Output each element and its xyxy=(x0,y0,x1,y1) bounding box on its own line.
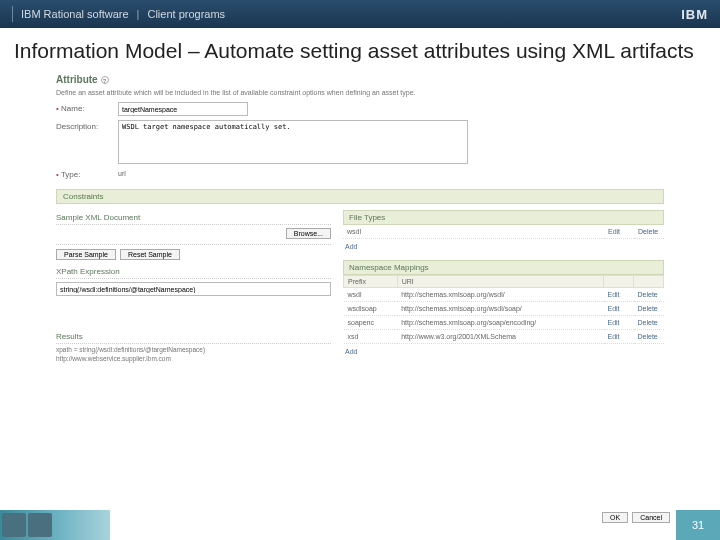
table-row: soapenchttp://schemas.xmlsoap.org/soap/e… xyxy=(344,316,664,330)
ok-button[interactable]: OK xyxy=(602,512,628,523)
attribute-heading: Attribute? xyxy=(56,72,664,87)
namespaces-add[interactable]: Add xyxy=(343,344,359,359)
table-row: wsdlsoaphttp://schemas.xmlsoap.org/wsdl/… xyxy=(344,302,664,316)
avatar xyxy=(28,513,52,537)
table-row: wsdl Edit Delete xyxy=(343,225,664,239)
results-output: xpath = string(/wsdl:definitions/@target… xyxy=(56,344,331,365)
delete-link[interactable]: Delete xyxy=(634,225,664,239)
xpath-heading: XPath Expression xyxy=(56,264,331,279)
col-prefix: Prefix xyxy=(344,276,398,288)
ibm-logo: IBM xyxy=(681,7,708,22)
page-number: 31 xyxy=(676,510,720,540)
name-input[interactable] xyxy=(118,102,248,116)
browse-button[interactable]: Browse... xyxy=(286,228,331,239)
header-brand: IBM Rational software xyxy=(21,8,129,20)
attribute-description: Define an asset attribute which will be … xyxy=(56,89,664,96)
type-value: url xyxy=(118,168,126,177)
xpath-input[interactable] xyxy=(56,282,331,296)
namespaces-table: Prefix URI wsdlhttp://schemas.xmlsoap.or… xyxy=(343,275,664,344)
footer-thumbnails xyxy=(0,510,110,540)
slide-footer: OK Cancel 31 xyxy=(0,510,720,540)
slide-header: IBM Rational software | Client programs … xyxy=(0,0,720,28)
edit-link[interactable]: Edit xyxy=(604,225,634,239)
slide-title: Information Model – Automate setting ass… xyxy=(0,28,720,72)
filetypes-add[interactable]: Add xyxy=(343,239,359,254)
parse-sample-button[interactable]: Parse Sample xyxy=(56,249,116,260)
filetypes-table: wsdl Edit Delete xyxy=(343,225,664,239)
help-icon[interactable]: ? xyxy=(101,76,109,84)
filetypes-heading: File Types xyxy=(343,210,664,225)
description-input[interactable]: WSDL target namespace automatically set. xyxy=(118,120,468,164)
cancel-button[interactable]: Cancel xyxy=(632,512,670,523)
header-section: Client programs xyxy=(147,8,225,20)
col-uri: URI xyxy=(397,276,603,288)
type-label: Type: xyxy=(56,168,118,179)
description-label: Description: xyxy=(56,120,118,131)
sample-xml-heading: Sample XML Document xyxy=(56,210,331,225)
table-row: wsdlhttp://schemas.xmlsoap.org/wsdl/Edit… xyxy=(344,288,664,302)
results-heading: Results xyxy=(56,329,331,344)
reset-sample-button[interactable]: Reset Sample xyxy=(120,249,180,260)
constraints-heading: Constraints xyxy=(56,189,664,204)
avatar xyxy=(2,513,26,537)
name-label: Name: xyxy=(56,102,118,113)
table-row: xsdhttp://www.w3.org/2001/XMLSchemaEditD… xyxy=(344,330,664,344)
namespaces-heading: Namespace Mappings xyxy=(343,260,664,275)
